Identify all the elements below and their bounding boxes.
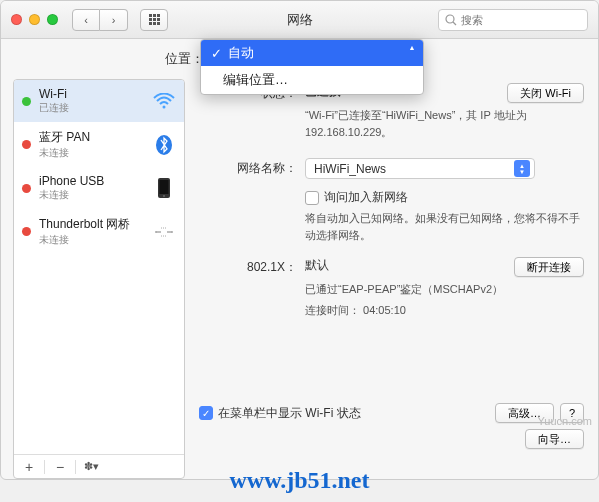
chevron-updown-icon: ▲▼ bbox=[514, 160, 530, 177]
service-status: 已连接 bbox=[39, 101, 144, 115]
assist-button[interactable]: 向导… bbox=[525, 429, 584, 449]
svg-point-0 bbox=[446, 15, 454, 23]
status-dot-icon bbox=[22, 227, 31, 236]
service-item-bluetooth[interactable]: 蓝牙 PAN未连接 bbox=[14, 122, 184, 167]
location-option-label: 自动 bbox=[228, 44, 254, 62]
location-edit-option[interactable]: 编辑位置… bbox=[201, 66, 423, 94]
service-item-thunderbolt[interactable]: Thunderbolt 网桥未连接 bbox=[14, 209, 184, 254]
dot1x-time-text: 连接时间： 04:05:10 bbox=[305, 302, 584, 319]
phone-icon bbox=[152, 176, 176, 200]
service-name: Wi-Fi bbox=[39, 87, 144, 101]
status-dot-icon bbox=[22, 97, 31, 106]
svg-point-7 bbox=[155, 231, 157, 233]
site-watermark: www.jb51.net bbox=[0, 467, 599, 494]
search-field[interactable] bbox=[438, 9, 588, 31]
checkbox-checked-icon: ✓ bbox=[199, 406, 213, 420]
location-row: 位置： ✓ 自动 ▲▼ 编辑位置… bbox=[1, 39, 598, 79]
svg-point-2 bbox=[163, 106, 166, 109]
status-dot-icon bbox=[22, 140, 31, 149]
service-list: Wi-Fi已连接 蓝牙 PAN未连接 iPhone USB未连接 Thunder… bbox=[14, 80, 184, 454]
service-status: 未连接 bbox=[39, 233, 144, 247]
nav-segment: ‹ › bbox=[72, 9, 128, 31]
network-name-label: 网络名称： bbox=[199, 158, 305, 179]
network-name-select[interactable]: HiWiFi_News ▲▼ bbox=[305, 158, 535, 179]
preferences-window: ‹ › 网络 位置： ✓ 自动 ▲▼ 编辑位置… bbox=[0, 0, 599, 480]
close-window-button[interactable] bbox=[11, 14, 22, 25]
checkbox-icon bbox=[305, 191, 319, 205]
zoom-window-button[interactable] bbox=[47, 14, 58, 25]
network-name-value: HiWiFi_News bbox=[314, 162, 386, 176]
status-dot-icon bbox=[22, 184, 31, 193]
detail-pane: 状态： 已连接 关闭 Wi-Fi “Wi-Fi”已连接至“HiWiFi_News… bbox=[185, 79, 598, 479]
disconnect-button[interactable]: 断开连接 bbox=[514, 257, 584, 277]
status-subtext: “Wi-Fi”已连接至“HiWiFi_News”，其 IP 地址为 192.16… bbox=[305, 107, 584, 140]
ask-join-subtext: 将自动加入已知网络。如果没有已知网络，您将不得不手动选择网络。 bbox=[305, 210, 584, 243]
service-name: iPhone USB bbox=[39, 174, 144, 188]
service-sidebar: Wi-Fi已连接 蓝牙 PAN未连接 iPhone USB未连接 Thunder… bbox=[13, 79, 185, 479]
corner-watermark: Yuucn.com bbox=[538, 415, 592, 427]
grid-icon bbox=[149, 14, 160, 25]
ask-join-checkbox[interactable]: 询问加入新网络 bbox=[305, 190, 408, 204]
body: Wi-Fi已连接 蓝牙 PAN未连接 iPhone USB未连接 Thunder… bbox=[1, 79, 598, 479]
back-button[interactable]: ‹ bbox=[72, 9, 100, 31]
thunderbolt-bridge-icon bbox=[152, 220, 176, 244]
service-name: Thunderbolt 网桥 bbox=[39, 216, 144, 233]
show-all-button[interactable] bbox=[140, 9, 168, 31]
svg-rect-5 bbox=[160, 180, 169, 194]
minimize-window-button[interactable] bbox=[29, 14, 40, 25]
service-status: 未连接 bbox=[39, 188, 144, 202]
menubar-status-checkbox[interactable]: ✓在菜单栏中显示 Wi-Fi 状态 bbox=[199, 405, 361, 422]
dot1x-label: 802.1X： bbox=[199, 257, 305, 277]
service-name: 蓝牙 PAN bbox=[39, 129, 144, 146]
titlebar: ‹ › 网络 bbox=[1, 1, 598, 39]
service-item-wifi[interactable]: Wi-Fi已连接 bbox=[14, 80, 184, 122]
bluetooth-icon bbox=[152, 133, 176, 157]
window-controls bbox=[11, 14, 58, 25]
svg-line-1 bbox=[453, 22, 456, 25]
turn-off-wifi-button[interactable]: 关闭 Wi-Fi bbox=[507, 83, 584, 103]
search-icon bbox=[445, 14, 457, 26]
service-status: 未连接 bbox=[39, 146, 144, 160]
location-label: 位置： bbox=[165, 50, 204, 68]
location-option-selected[interactable]: ✓ 自动 ▲▼ bbox=[201, 40, 423, 66]
forward-button[interactable]: › bbox=[100, 9, 128, 31]
dropdown-stepper-icon: ▲▼ bbox=[405, 44, 419, 90]
search-input[interactable] bbox=[461, 14, 581, 26]
location-dropdown[interactable]: ✓ 自动 ▲▼ 编辑位置… bbox=[200, 39, 424, 95]
ask-join-label: 询问加入新网络 bbox=[324, 190, 408, 204]
dot1x-auth-text: 已通过“EAP-PEAP”鉴定（MSCHAPv2） bbox=[305, 281, 584, 298]
svg-point-6 bbox=[163, 195, 165, 197]
wifi-icon bbox=[152, 89, 176, 113]
dot1x-value: 默认 bbox=[305, 257, 329, 274]
menubar-status-label: 在菜单栏中显示 Wi-Fi 状态 bbox=[218, 406, 361, 420]
svg-point-8 bbox=[171, 231, 173, 233]
service-item-iphone-usb[interactable]: iPhone USB未连接 bbox=[14, 167, 184, 209]
check-icon: ✓ bbox=[211, 46, 222, 61]
